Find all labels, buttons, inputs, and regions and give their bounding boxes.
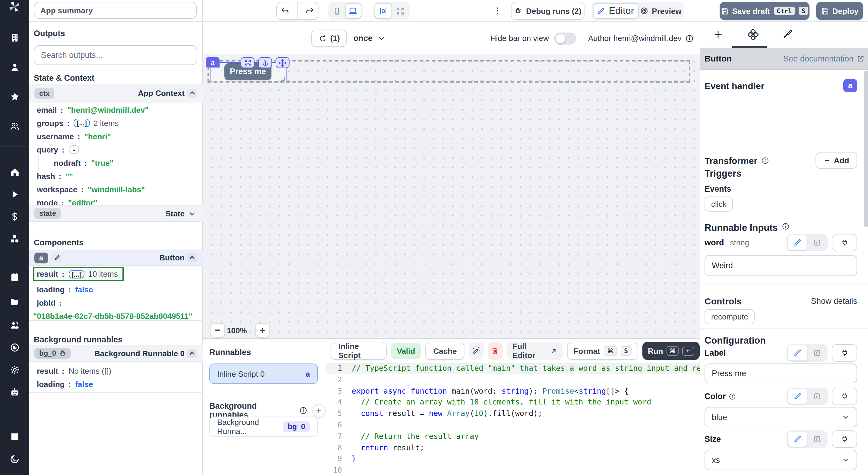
component-settings-tab[interactable] [735, 29, 770, 40]
book-icon[interactable] [0, 426, 29, 448]
fullscreen-canvas-button[interactable] [392, 3, 408, 19]
deploy-button[interactable]: Deploy [816, 2, 863, 20]
styling-tab[interactable] [770, 29, 805, 40]
color-static-mode-button[interactable] [788, 389, 807, 404]
ctx-chip[interactable]: ctx [34, 88, 55, 99]
code-line-1[interactable]: 1// TypeScript function called "main" th… [326, 363, 700, 374]
collapse-component-icon[interactable] [187, 253, 197, 262]
code-line-2[interactable]: 2 [326, 374, 700, 386]
building-icon[interactable] [0, 27, 29, 49]
hide-bar-toggle[interactable] [554, 32, 576, 44]
editor-tab[interactable]: Editor [593, 3, 639, 19]
cache-button[interactable]: Cache [425, 342, 464, 360]
code-line-8[interactable]: 8 return result; [326, 442, 700, 453]
user-icon[interactable] [0, 56, 29, 78]
recompute-chip[interactable]: recompute [705, 309, 755, 324]
color-connect-button[interactable] [832, 387, 857, 405]
debug-runs-button[interactable]: Debug runs (2) [511, 2, 585, 20]
component-a-header[interactable]: a Button [29, 249, 203, 266]
schedule-select[interactable]: once [353, 30, 385, 47]
component-a-chip[interactable]: a [34, 252, 48, 263]
users-icon[interactable] [0, 115, 29, 137]
expand-state-icon[interactable] [187, 209, 197, 218]
static-input-mode-button[interactable] [788, 235, 807, 250]
format-button[interactable]: Format ⌘ S [567, 342, 638, 360]
expand-array-chip[interactable]: [...] [69, 270, 85, 278]
code-line-3[interactable]: 3export async function main(word: string… [326, 385, 700, 397]
inline-script-button[interactable]: Inline Script [331, 342, 386, 360]
size-static-mode-button[interactable] [788, 432, 807, 447]
bg0-chip[interactable]: bg_0 [34, 348, 70, 359]
windmill-logo-icon[interactable] [0, 0, 29, 13]
collapse-bg0-icon[interactable] [187, 349, 197, 358]
refresh-button[interactable]: (1) [311, 30, 347, 47]
undo-button[interactable] [277, 2, 293, 19]
save-draft-button[interactable]: Save draft Ctrl S [720, 2, 809, 20]
redo-button[interactable] [301, 2, 318, 19]
label-input-field[interactable]: Press me [705, 364, 857, 383]
preview-tab[interactable]: Preview [639, 3, 683, 19]
state-chip[interactable]: state [34, 208, 61, 219]
add-transformer-button[interactable]: Add [815, 152, 857, 169]
color-eval-mode-button[interactable] [807, 389, 826, 404]
app-summary-input[interactable] [34, 2, 197, 19]
bg0-section-header[interactable]: bg_0 Background Runnable 0 [29, 345, 203, 362]
star-icon[interactable] [0, 86, 29, 108]
search-outputs-input[interactable] [34, 45, 197, 65]
zoom-out-button[interactable]: − [211, 323, 225, 338]
run-button[interactable]: Run ⌘ [642, 342, 700, 360]
zoom-in-button[interactable]: + [255, 323, 270, 338]
code-line-9[interactable]: 9} [326, 453, 700, 465]
more-options-button[interactable] [492, 2, 503, 20]
users-gear-icon[interactable] [0, 314, 29, 336]
right-panel-scrollbar[interactable] [864, 71, 868, 227]
play-icon[interactable] [0, 183, 29, 206]
code-line-7[interactable]: 7 // Return the result array [326, 431, 700, 442]
gear-icon[interactable] [0, 359, 29, 381]
see-documentation-link[interactable]: See documentation [783, 54, 864, 63]
center-component-button[interactable] [375, 3, 392, 19]
show-details-link[interactable]: Show details [811, 297, 857, 306]
anchor-component-button[interactable] [258, 57, 272, 68]
runnable-item-inline-script-0[interactable]: Inline Script 0 a [209, 364, 318, 384]
dollar-icon[interactable] [0, 206, 29, 228]
calendar-icon[interactable] [0, 266, 29, 288]
component-result-row[interactable]: result: [...] 10 items [33, 267, 124, 281]
eval-input-mode-button[interactable] [807, 235, 826, 250]
expand-component-button[interactable] [241, 57, 254, 68]
robot-icon[interactable] [0, 381, 29, 403]
mobile-view-button[interactable] [329, 3, 345, 19]
state-section-header[interactable]: state State [29, 205, 203, 222]
boxes-icon[interactable] [0, 228, 29, 250]
expand-array-chip[interactable]: [...] [74, 119, 90, 127]
desktop-view-button[interactable] [345, 3, 361, 19]
home-icon[interactable] [0, 161, 29, 183]
resize-handle[interactable] [281, 76, 285, 81]
size-eval-mode-button[interactable] [807, 432, 826, 447]
code-area[interactable]: 1// TypeScript function called "main" th… [326, 363, 700, 475]
ai-wand-button[interactable] [469, 342, 484, 360]
code-line-5[interactable]: 5 const result = new Array(10).fill(word… [326, 408, 700, 419]
add-background-runnable-button[interactable] [312, 404, 326, 417]
delete-script-button[interactable] [488, 342, 502, 360]
folder-icon[interactable] [0, 291, 29, 313]
app-canvas[interactable]: a Press me − 100% + [203, 54, 700, 339]
label-eval-mode-button[interactable] [807, 345, 826, 361]
ctx-section-header[interactable]: ctx App Context [29, 84, 203, 102]
code-line-6[interactable]: 6 [326, 419, 700, 431]
insert-component-tab[interactable] [700, 29, 735, 39]
label-connect-button[interactable] [832, 344, 857, 362]
runnable-item-bg0[interactable]: Background Runna... bg_0 [209, 416, 318, 437]
move-component-button[interactable] [276, 57, 289, 68]
connect-input-button[interactable] [832, 234, 857, 251]
size-select[interactable]: xs [705, 450, 857, 470]
code-line-4[interactable]: 4 // Create an array with 10 elements, f… [326, 397, 700, 408]
word-input-field[interactable]: Weird [705, 255, 857, 276]
full-editor-button[interactable]: Full Editor [507, 342, 563, 360]
size-connect-button[interactable] [832, 430, 857, 448]
moon-icon[interactable] [0, 448, 29, 470]
code-line-10[interactable]: 10 [326, 465, 700, 475]
compass-icon[interactable] [0, 336, 29, 359]
color-select[interactable]: blue [705, 407, 857, 428]
collapse-ctx-icon[interactable] [187, 89, 197, 98]
